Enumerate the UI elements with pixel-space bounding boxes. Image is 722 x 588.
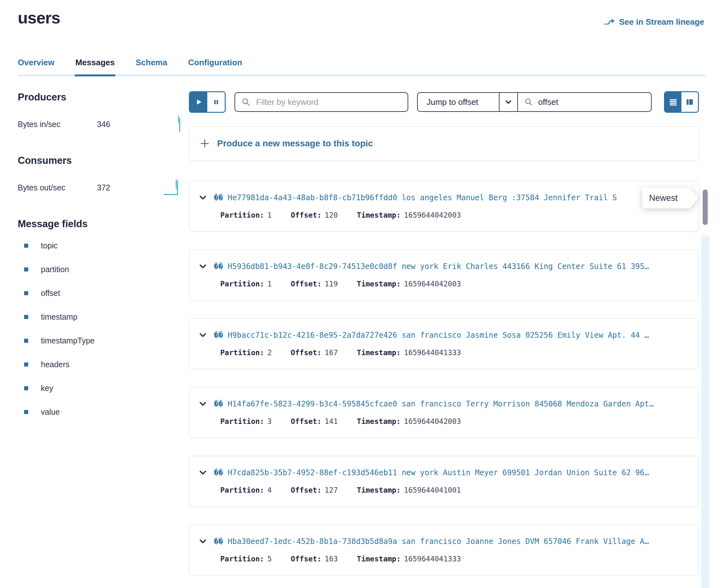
timestamp-meta: Timestamp:1659644042003 [357, 417, 461, 425]
timestamp-label: Timestamp: [357, 417, 400, 425]
field-label: timestampType [41, 336, 95, 345]
split-view-icon [685, 98, 694, 106]
message-card[interactable]: �� H14fa67fe-5823-4299-b3c4-595845cfcae0… [189, 387, 699, 438]
produce-message-label: Produce a new message to this topic [217, 139, 373, 149]
expand-chevron-icon[interactable] [199, 331, 207, 339]
expand-chevron-icon[interactable] [199, 262, 207, 271]
offset-label: Offset: [291, 280, 322, 288]
partition-value: 2 [267, 349, 272, 357]
offset-value: 120 [325, 211, 338, 219]
offset-meta: Offset:119 [291, 280, 337, 288]
offset-label: Offset: [291, 486, 322, 494]
list-view-button[interactable] [665, 92, 681, 112]
bytes-out-value: 372 [97, 183, 110, 192]
offset-label: Offset: [291, 555, 322, 563]
partition-meta: Partition:2 [220, 349, 272, 357]
newest-tooltip: Newest [642, 188, 699, 208]
timestamp-meta: Timestamp:1659644041333 [357, 349, 461, 357]
message-meta-row: Partition:1 Offset:120 Timestamp:1659644… [199, 211, 699, 219]
partition-value: 4 [267, 486, 272, 494]
partition-label: Partition: [220, 486, 264, 494]
offset-value: 167 [325, 349, 338, 357]
message-card[interactable]: �� H5936db81-b943-4e0f-8c29-74513e0c0d8f… [189, 250, 699, 300]
timestamp-label: Timestamp: [357, 555, 400, 563]
expand-chevron-icon[interactable] [199, 193, 207, 202]
pause-button[interactable] [207, 92, 225, 112]
timestamp-label: Timestamp: [357, 280, 400, 288]
message-key-value-text: �� H5936db81-b943-4e0f-8c29-74513e0c0d8f… [214, 262, 649, 271]
message-field-item[interactable]: partition [18, 265, 189, 274]
message-fields-list: topic partition offset timestamp [18, 241, 189, 417]
offset-meta: Offset:127 [291, 486, 337, 494]
message-field-item[interactable]: topic [18, 241, 189, 250]
message-key-value-text: �� Hba30eed7-1edc-452b-8b1a-738d3b5d8a9a… [214, 537, 649, 546]
chevron-down-icon [504, 98, 513, 106]
stream-lineage-link[interactable]: See in Stream lineage [604, 17, 704, 27]
message-meta-row: Partition:1 Offset:119 Timestamp:1659644… [199, 280, 699, 288]
expand-chevron-icon[interactable] [199, 537, 207, 546]
message-card[interactable]: �� Hba30eed7-1edc-452b-8b1a-738d3b5d8a9a… [189, 525, 699, 575]
expand-chevron-icon[interactable] [199, 400, 207, 408]
play-button[interactable] [190, 92, 207, 112]
message-field-item[interactable]: offset [18, 289, 189, 298]
message-summary-row: �� H14fa67fe-5823-4299-b3c4-595845cfcae0… [199, 399, 699, 408]
split-view-button[interactable] [681, 92, 698, 112]
tab-bar: Overview Messages Schema Configuration [0, 58, 722, 76]
bytes-out-metric: Bytes out/sec 372 [18, 178, 189, 197]
message-field-item[interactable]: headers [18, 360, 189, 369]
bytes-out-label: Bytes out/sec [18, 183, 97, 192]
field-label: key [41, 384, 53, 393]
tab[interactable]: Messages [76, 58, 115, 76]
jump-select-value: Jump to offset [427, 97, 478, 107]
page-title: users [18, 8, 60, 27]
field-bullet-icon [24, 386, 28, 390]
partition-value: 1 [267, 280, 272, 288]
plus-icon [200, 139, 209, 148]
message-card[interactable]: �� He77981da-4a43-48ab-b8f8-cb71b96ffdd0… [189, 181, 699, 232]
newest-tooltip-label: Newest [649, 193, 678, 203]
play-pause-control [189, 91, 226, 113]
partition-label: Partition: [220, 211, 264, 219]
offset-label: Offset: [291, 417, 322, 425]
message-field-item[interactable]: value [18, 407, 189, 417]
partition-meta: Partition:3 [220, 417, 272, 425]
tab[interactable]: Configuration [188, 58, 242, 76]
main-panel: Jump to offset [189, 91, 722, 588]
offset-search-box [518, 93, 651, 111]
jump-select-chevron-button[interactable] [499, 93, 518, 111]
offset-meta: Offset:141 [291, 417, 337, 425]
message-field-item[interactable]: key [18, 384, 189, 393]
consumers-heading: Consumers [18, 155, 189, 166]
field-bullet-icon [24, 291, 28, 295]
filter-input[interactable] [255, 97, 401, 107]
message-field-item[interactable]: timestampType [18, 336, 189, 345]
timestamp-meta: Timestamp:1659644041333 [357, 555, 461, 563]
message-card[interactable]: �� H9bacc71c-b12c-4216-8e95-2a7da727e426… [189, 318, 699, 369]
bytes-in-label: Bytes in/sec [18, 120, 97, 129]
message-list-scrollbar-track[interactable] [701, 186, 709, 588]
sidebar: Producers Bytes in/sec 346 Consumers Byt… [18, 91, 189, 588]
timestamp-value: 1659644042003 [404, 417, 461, 425]
message-list: �� He77981da-4a43-48ab-b8f8-cb71b96ffdd0… [189, 181, 699, 575]
message-field-item[interactable]: timestamp [18, 312, 189, 321]
message-list-scrollbar-thumb[interactable] [703, 189, 708, 225]
expand-chevron-icon[interactable] [199, 468, 207, 477]
offset-meta: Offset:120 [291, 211, 337, 219]
field-bullet-icon [24, 339, 28, 343]
bytes-in-metric: Bytes in/sec 346 [18, 114, 189, 134]
partition-meta: Partition:1 [220, 211, 272, 219]
message-card[interactable]: �� H7cda825b-35b7-4952-88ef-c193d546eb11… [189, 456, 699, 507]
partition-meta: Partition:1 [220, 280, 272, 288]
bytes-in-value: 346 [97, 120, 110, 129]
field-bullet-icon [24, 315, 28, 319]
tab[interactable]: Overview [18, 58, 55, 76]
tab[interactable]: Schema [136, 58, 167, 76]
offset-search-input[interactable] [538, 97, 645, 107]
timestamp-meta: Timestamp:1659644042003 [357, 211, 461, 219]
jump-to-offset-select[interactable]: Jump to offset [418, 93, 499, 111]
field-bullet-icon [24, 267, 28, 272]
filter-input-box [234, 92, 408, 112]
produce-message-button[interactable]: Produce a new message to this topic [189, 126, 699, 161]
lineage-arrow-icon [604, 18, 615, 27]
search-icon [242, 98, 250, 106]
